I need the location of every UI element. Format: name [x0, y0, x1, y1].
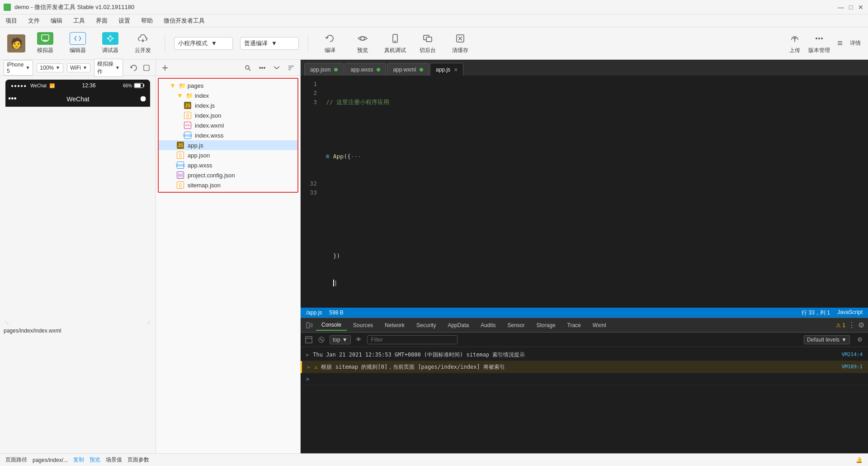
tab-security[interactable]: Security	[411, 320, 441, 330]
console-row-expand[interactable]: ▶	[306, 351, 309, 359]
tab-app-wxml-label: app·wxml	[393, 67, 416, 73]
device-select[interactable]: iPhone 5 ▼	[4, 60, 33, 76]
tab-sources[interactable]: Sources	[348, 320, 378, 330]
add-file-btn[interactable]	[160, 62, 170, 73]
tab-sensor[interactable]: Sensor	[502, 320, 530, 330]
mode-select[interactable]: 小程序模式 ▼	[174, 37, 233, 50]
console-settings-icon[interactable]: ⚙	[858, 321, 864, 329]
menu-edit[interactable]: 编辑	[49, 16, 64, 26]
minimize-btn[interactable]: —	[837, 4, 844, 11]
console-row-prompt[interactable]: >	[301, 373, 868, 385]
console-more-icon[interactable]: ⋮	[848, 321, 855, 329]
backend-btn[interactable]: 切后台	[415, 32, 440, 54]
zoom-select[interactable]: 100% ▼	[37, 63, 63, 72]
tree-item-pages[interactable]: ▼ 📁 pages	[159, 81, 297, 90]
prompt-arrow[interactable]: >	[306, 375, 309, 383]
close-btn[interactable]: ✕	[857, 4, 864, 11]
copy-btn[interactable]: 复制	[73, 456, 84, 464]
preview-btn[interactable]: 预览	[350, 32, 375, 54]
tab-appdata[interactable]: AppData	[442, 320, 474, 330]
code-line-1: // 这里注册小程序应用	[326, 99, 389, 105]
context-select[interactable]: top ▼	[330, 335, 351, 344]
code-expand-icon[interactable]: ⊞	[326, 153, 330, 160]
bell-icon[interactable]: 🔔	[856, 457, 863, 463]
tree-item-app-js[interactable]: JS app.js	[159, 140, 297, 150]
top-label: top	[333, 337, 340, 343]
menu-help[interactable]: 帮助	[139, 16, 155, 26]
compile-select[interactable]: 普通编译 ▼	[240, 37, 299, 50]
rotate-btn[interactable]	[128, 62, 139, 73]
eye-btn[interactable]: 👁	[354, 335, 363, 344]
tab-audits[interactable]: Audits	[475, 320, 501, 330]
window-controls[interactable]: — □ ✕	[837, 4, 864, 11]
version-btn[interactable]: 版本管理	[808, 32, 830, 54]
tab-wxml[interactable]: Wxml	[587, 320, 612, 330]
tree-item-app-wxss[interactable]: wxss app.wxss	[159, 160, 297, 170]
menu-file[interactable]: 文件	[26, 16, 42, 26]
expand-btn[interactable]	[141, 62, 152, 73]
console-row-link-1[interactable]: VM214:4	[842, 351, 863, 359]
code-line-32: })	[326, 252, 868, 261]
menu-wechat-tools[interactable]: 微信开发者工具	[162, 16, 207, 26]
menu-project[interactable]: 项目	[4, 16, 19, 26]
more-files-btn[interactable]: •••	[257, 62, 268, 73]
tree-item-index[interactable]: ▼ 📁 index	[159, 90, 297, 100]
warn-expand[interactable]: ▶	[307, 363, 311, 371]
tree-item-index-js[interactable]: JS index.js	[159, 100, 297, 110]
menu-settings[interactable]: 设置	[117, 16, 132, 26]
zoom-value: 100%	[40, 65, 54, 71]
tab-network[interactable]: Network	[379, 320, 410, 330]
levels-select[interactable]: Default levels ▼	[804, 335, 850, 344]
collapse-btn[interactable]	[271, 62, 282, 73]
maximize-btn[interactable]: □	[847, 4, 854, 11]
tab-storage[interactable]: Storage	[531, 320, 561, 330]
more-btn[interactable]: ≡	[837, 38, 843, 48]
tree-item-index-json[interactable]: {} index.json	[159, 110, 297, 120]
code-content[interactable]: // 这里注册小程序应用 ⊞ App({··· }) |	[322, 80, 868, 304]
simulator-label: 模拟器	[37, 47, 53, 54]
tab-app-js[interactable]: app.js ×	[430, 63, 463, 76]
console-filter-area: top ▼ 👁	[330, 335, 800, 344]
index-wxml-label: index.wxml	[195, 122, 224, 129]
code-line-33[interactable]: |	[326, 279, 868, 288]
code-editor[interactable]: 1 2 3 32 33 // 这里注册小程序应用 ⊞ App({··· }) |	[301, 76, 868, 308]
scene-btn[interactable]: 场景值	[106, 456, 122, 464]
params-btn[interactable]: 页面参数	[127, 456, 149, 464]
upload-btn[interactable]: 上传	[788, 32, 801, 54]
tab-trace[interactable]: Trace	[562, 320, 586, 330]
warning-count: ⚠ 1	[836, 322, 845, 328]
tab-console[interactable]: Console	[316, 320, 347, 331]
console-panel-toggle[interactable]	[304, 335, 313, 344]
clear-btn[interactable]: 清缓存	[448, 32, 473, 54]
cursor: |	[333, 280, 338, 286]
tree-item-index-wxml[interactable]: <> index.wxml	[159, 120, 297, 130]
tree-item-project-config[interactable]: {o} project.config.json	[159, 170, 297, 180]
debugger-btn[interactable]: 调试器	[98, 32, 123, 54]
mode-operate-select[interactable]: 模拟操作 ▼	[94, 59, 123, 77]
editor-btn[interactable]: 编辑器	[65, 32, 90, 54]
console-gear-btn[interactable]: ⚙	[855, 335, 864, 344]
menu-ui[interactable]: 界面	[94, 16, 109, 26]
tree-item-app-json[interactable]: {} app.json	[159, 150, 297, 160]
tree-item-sitemap[interactable]: {} sitemap.json	[159, 180, 297, 190]
file-tree: ▼ 📁 pages ▼ 📁 index JS index.js {}	[159, 79, 297, 192]
real-debug-btn[interactable]: 真机调试	[382, 32, 408, 54]
compile-btn[interactable]: 编译	[317, 32, 343, 54]
tab-app-js-close[interactable]: ×	[454, 66, 458, 73]
console-sidebar-icon[interactable]	[304, 320, 315, 331]
simulator-btn[interactable]: 模拟器	[33, 32, 58, 54]
sort-btn[interactable]	[286, 62, 297, 73]
menu-tools[interactable]: 工具	[71, 16, 87, 26]
filter-input[interactable]	[367, 335, 458, 344]
tab-app-wxss[interactable]: app.wxss	[344, 63, 386, 76]
console-row-link-2[interactable]: VM189:1	[842, 363, 863, 371]
cloud-btn[interactable]: 云开发	[130, 32, 156, 54]
tree-item-index-wxss[interactable]: wxss index.wxss	[159, 130, 297, 140]
tab-app-wxml[interactable]: app·wxml	[387, 63, 429, 76]
search-files-btn[interactable]	[242, 62, 253, 73]
tab-app-json[interactable]: app.json	[304, 63, 344, 76]
detail-btn[interactable]: 详情	[850, 39, 861, 47]
clear-console-btn[interactable]	[317, 335, 326, 344]
network-select[interactable]: WiFi ▼	[67, 63, 90, 72]
preview-bottom-btn[interactable]: 预览	[90, 456, 100, 464]
